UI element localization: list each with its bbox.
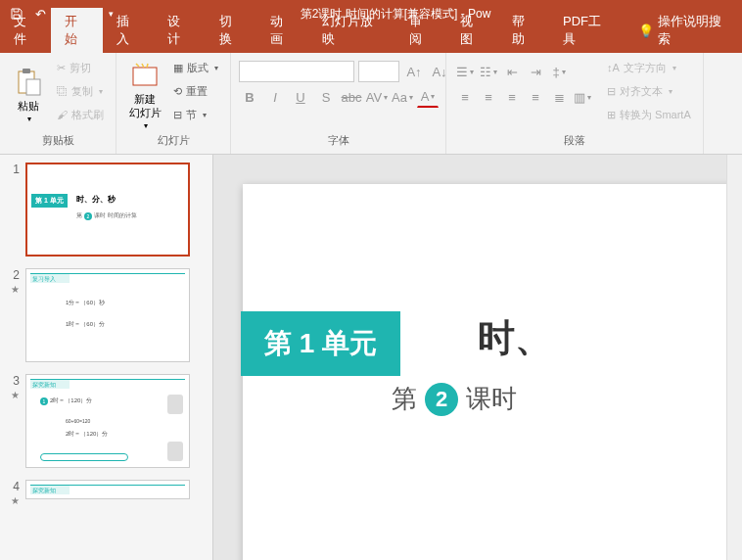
ribbon-tabs: 文件 开始 插入 设计 切换 动画 幻灯片放映 审阅 视图 帮助 PDF工具 💡… (0, 27, 742, 53)
new-slide-label: 新建 幻灯片 (129, 93, 162, 118)
convert-smartart-button[interactable]: ⊞转换为 SmartA (603, 104, 695, 125)
columns-button[interactable]: ▥▾ (572, 86, 593, 108)
tab-slideshow[interactable]: 幻灯片放映 (308, 8, 395, 53)
workspace: 1 第 1 单元 时、分、秒 第 2 课时 时间的计算 2★ 复习导入 1分＝（… (0, 155, 742, 560)
thumb-header: 探究新知 (30, 379, 185, 389)
italic-button[interactable]: I (264, 86, 286, 108)
thumb-line: 12时＝（120）分 (40, 397, 92, 405)
thumb-unit-badge: 第 1 单元 (31, 194, 68, 208)
new-slide-icon (129, 60, 161, 91)
increase-font-icon[interactable]: A↑ (403, 61, 425, 82)
font-color-button[interactable]: A▾ (417, 86, 439, 108)
paste-label: 粘贴 (18, 100, 39, 113)
numbering-button[interactable]: ☷▾ (478, 61, 499, 82)
thumb-title: 时、分、秒 (76, 194, 116, 205)
tab-insert[interactable]: 插入 (103, 8, 154, 53)
slide-editor[interactable]: 第 1 单元 时、 第 2 课时 (213, 155, 726, 560)
paragraph-group-label: 段落 (454, 133, 695, 150)
lesson-row[interactable]: 第 2 课时 (392, 382, 517, 416)
tab-review[interactable]: 审阅 (395, 8, 446, 53)
thumb-sub-suffix: 课时 时间的计算 (94, 211, 137, 220)
svg-rect-2 (23, 69, 30, 73)
group-slides: 新建 幻灯片 ▾ ▦版式▾ ⟲重置 ⊟节▾ 幻灯片 (116, 53, 231, 154)
justify-button[interactable]: ≡ (525, 86, 546, 108)
format-painter-button[interactable]: 🖌格式刷 (53, 104, 108, 125)
chevron-down-icon: ▾ (203, 111, 207, 119)
thumb-figure-icon (167, 442, 183, 461)
thumbnail-4[interactable]: 4★ 探究新知 (6, 480, 207, 506)
lightbulb-icon: 💡 (638, 23, 654, 38)
unit-title[interactable]: 时、 (478, 313, 552, 363)
line-spacing-button[interactable]: ‡▾ (548, 61, 570, 82)
tab-animations[interactable]: 动画 (256, 8, 307, 53)
char-spacing-button[interactable]: AV▾ (366, 86, 388, 108)
change-case-button[interactable]: Aa▾ (392, 86, 413, 108)
cut-icon: ✂ (57, 62, 66, 74)
group-font: A↑ A↓ B I U S abc AV▾ Aa▾ A▾ 字体 (231, 53, 446, 154)
font-size-combo[interactable] (358, 61, 399, 82)
shadow-button[interactable]: S (315, 86, 337, 108)
thumbnail-3[interactable]: 3★ 探究新知 12时＝（120）分 60+60=120 2时＝（120）分 (6, 374, 207, 468)
lesson-number-circle: 2 (425, 383, 458, 416)
smartart-label: 转换为 SmartA (620, 108, 691, 122)
thumbnail-1[interactable]: 1 第 1 单元 时、分、秒 第 2 课时 时间的计算 (6, 163, 207, 257)
thumb-sub-prefix: 第 (76, 211, 82, 220)
tab-home[interactable]: 开始 (51, 8, 102, 53)
tab-pdf[interactable]: PDF工具 (549, 8, 625, 53)
tab-transitions[interactable]: 切换 (206, 8, 256, 53)
thumb-number: 4 (6, 480, 20, 493)
thumb-lesson-circle: 2 (84, 212, 92, 220)
new-slide-button[interactable]: 新建 幻灯片 ▾ (124, 57, 165, 133)
paste-icon (13, 67, 44, 98)
align-left-button[interactable]: ≡ (454, 86, 476, 108)
thumbnail-2[interactable]: 2★ 复习导入 1分＝（60）秒 1时＝（60）分 (6, 268, 207, 362)
copy-button[interactable]: ⿻复制▾ (53, 80, 108, 102)
svg-rect-4 (133, 68, 157, 85)
chevron-down-icon: ▾ (144, 121, 148, 130)
text-direction-button[interactable]: ↕A文字方向▾ (603, 57, 695, 78)
thumb-slide[interactable]: 探究新知 12时＝（120）分 60+60=120 2时＝（120）分 (25, 374, 190, 468)
copy-label: 复制 (71, 84, 93, 99)
thumb-line: 2时＝（120）分 (66, 430, 108, 439)
format-painter-icon: 🖌 (57, 109, 68, 120)
align-center-button[interactable]: ≡ (478, 86, 499, 108)
thumb-slide[interactable]: 第 1 单元 时、分、秒 第 2 课时 时间的计算 (25, 163, 190, 257)
cut-button[interactable]: ✂剪切 (53, 57, 108, 78)
strikethrough-button[interactable]: abc (341, 86, 362, 108)
tab-tellme[interactable]: 💡 操作说明搜索 (625, 8, 742, 53)
tab-help[interactable]: 帮助 (498, 8, 549, 53)
tab-view[interactable]: 视图 (446, 8, 497, 53)
section-label: 节 (186, 108, 197, 122)
section-button[interactable]: ⊟节▾ (169, 104, 222, 125)
layout-icon: ▦ (173, 62, 183, 74)
distribute-button[interactable]: ≣ (548, 86, 570, 108)
slide-canvas[interactable]: 第 1 单元 时、 第 2 课时 (243, 184, 726, 560)
tab-file[interactable]: 文件 (0, 8, 51, 53)
thumb-subtitle: 第 2 课时 时间的计算 (76, 211, 137, 220)
thumb-slide[interactable]: 复习导入 1分＝（60）秒 1时＝（60）分 (25, 268, 190, 362)
layout-button[interactable]: ▦版式▾ (169, 57, 222, 78)
tab-design[interactable]: 设计 (154, 8, 205, 53)
increase-indent-button[interactable]: ⇥ (525, 61, 546, 82)
bullets-button[interactable]: ☰▾ (454, 61, 476, 82)
group-clipboard: 粘贴 ▾ ✂剪切 ⿻复制▾ 🖌格式刷 剪贴板 (0, 53, 116, 154)
align-right-button[interactable]: ≡ (501, 86, 523, 108)
thumb-number: 2 (6, 268, 20, 282)
font-family-combo[interactable] (239, 61, 354, 82)
thumb-line: 1时＝（60）分 (66, 320, 105, 329)
slide-thumbnails-panel[interactable]: 1 第 1 单元 时、分、秒 第 2 课时 时间的计算 2★ 复习导入 1分＝（… (0, 155, 213, 560)
align-text-button[interactable]: ⊟对齐文本▾ (603, 80, 695, 102)
thumb-slide[interactable]: 探究新知 (25, 480, 190, 499)
decrease-indent-button[interactable]: ⇤ (501, 61, 523, 82)
bold-button[interactable]: B (239, 86, 260, 108)
lesson-suffix: 课时 (466, 382, 517, 416)
paste-button[interactable]: 粘贴 ▾ (8, 57, 49, 133)
ribbon: 粘贴 ▾ ✂剪切 ⿻复制▾ 🖌格式刷 剪贴板 新建 幻灯片 ▾ ▦版式▾ ⟲重置… (0, 53, 742, 155)
layout-label: 版式 (187, 61, 209, 75)
unit-badge[interactable]: 第 1 单元 (241, 311, 400, 376)
thumb-header: 探究新知 (30, 485, 185, 494)
vertical-scrollbar[interactable] (726, 155, 742, 560)
animation-star-icon: ★ (11, 390, 20, 400)
reset-button[interactable]: ⟲重置 (169, 80, 222, 102)
underline-button[interactable]: U (290, 86, 311, 108)
